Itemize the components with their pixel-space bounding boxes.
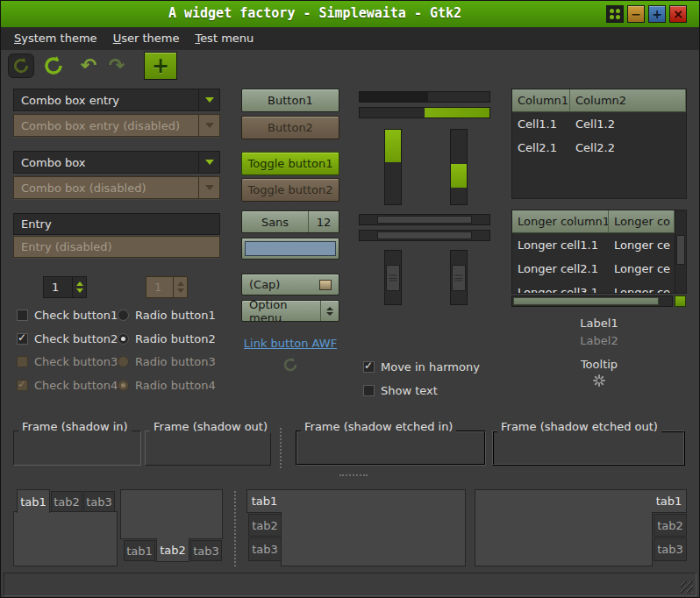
h-scale[interactable] [359,91,490,103]
radio-button-2[interactable]: Radio button2 [118,332,216,345]
notebook-top-tab3[interactable]: tab3 [83,491,115,512]
radio-button-4: Radio button4 [118,379,216,392]
spin-value: 1 [44,277,72,297]
check-button-1[interactable]: Check button1 [17,309,118,322]
checkbox-checked-icon: ✓ [17,380,28,391]
notebook-top-tab2[interactable]: tab2 [51,491,82,512]
combo-box[interactable]: Combo box [13,151,220,174]
table-row[interactable]: Cell2.1 Cell2.2 [512,136,686,160]
chevron-down-icon [205,185,214,190]
radio-icon [118,310,129,321]
frame-etched-out [492,431,685,466]
spin-down-icon [177,288,184,293]
check-button-label: Check button1 [34,309,118,322]
combo-arrow-button [198,177,219,198]
font-button[interactable]: Sans 12 [241,210,339,233]
treeview-1-headers: Column1 Column2 [512,89,686,112]
spin-button-disabled: 1 [146,276,188,298]
close-button[interactable]: × [669,5,687,23]
spin-arrows[interactable] [72,277,86,297]
spin-button[interactable]: 1 [43,276,87,298]
h-scrollbar-1[interactable] [359,214,490,225]
refresh-button[interactable] [40,53,67,78]
frame-shadow-out-label: Frame (shadow out) [150,420,271,433]
resize-grip[interactable] [681,581,693,593]
radio-button-1[interactable]: Radio button1 [118,309,216,322]
entry-field[interactable]: Entry [13,213,220,235]
column-header[interactable]: Column2 [570,89,686,112]
file-chooser-button[interactable]: (Cap) [241,274,339,295]
column-header[interactable]: Column1 [512,89,570,112]
notebook-top-tab1[interactable]: tab1 [17,489,50,513]
scrollbar-handle[interactable] [452,265,466,291]
notebook-left-body [281,489,466,566]
add-button[interactable]: + [144,52,177,80]
horizontal-separator [339,474,368,476]
menu-label: ystem theme [21,32,96,45]
move-in-harmony-checkbox[interactable]: ✓ Move in harmony [363,360,480,374]
notebook-bottom-tab3[interactable]: tab3 [190,540,222,561]
option-menu[interactable]: Option menu [241,300,339,322]
check-button-label: Show text [381,384,438,397]
menu-user-theme[interactable]: User theme [105,27,188,50]
check-button-label: Check button3 [34,355,118,368]
checkbox-icon [17,310,28,321]
refresh-dark-icon [12,57,30,75]
treeview-2-body[interactable]: Longer cell1.1 Longer ce Longer cell2.1 … [512,233,675,293]
button1[interactable]: Button1 [241,89,339,112]
minimize-button[interactable]: − [627,5,645,23]
link-button[interactable]: Link button AWF [241,337,339,350]
h-scale-fill [360,92,428,102]
treeview-1-main: Column1 Column2 Cell1.1 Cell1.2 Cell2.1 … [512,89,686,198]
v-scrollbar-1[interactable] [384,250,402,305]
table-row[interactable]: Longer cell3.1 Longer ce [512,281,675,293]
maximize-button[interactable]: + [648,5,666,23]
treeview-2-vscrollbar[interactable] [675,210,686,293]
show-text-checkbox[interactable]: Show text [363,384,438,397]
table-row[interactable]: Cell1.1 Cell1.2 [512,112,686,136]
treeview-1-body[interactable]: Cell1.1 Cell1.2 Cell2.1 Cell2.2 [512,112,686,198]
refresh-theme-button[interactable] [8,53,34,78]
undo-button[interactable]: ↶ [76,53,101,78]
font-name: Sans [242,211,308,232]
notebook-right-tab1[interactable]: tab1 [652,489,687,513]
check-button-2[interactable]: ✓ Check button2 [17,332,118,345]
menu-test-menu[interactable]: Test menu [187,27,261,50]
grip-icon [389,275,397,281]
combo-box-entry[interactable]: Combo box entry [13,89,220,111]
refresh-small-button[interactable] [241,357,339,375]
menu-system-theme[interactable]: System theme [6,27,105,50]
scrollbar-handle[interactable] [513,297,659,305]
scrollbar-handle[interactable] [377,216,472,224]
notebook-left-tab3[interactable]: tab3 [248,537,282,561]
chevron-down-icon [326,312,333,316]
toggle-button1[interactable]: Toggle button1 [241,152,339,175]
column-header[interactable]: Longer co [609,210,675,233]
column-header[interactable]: Longer column1 [512,210,609,233]
scrollbar-handle[interactable] [377,231,472,239]
window-menu-button[interactable] [606,5,624,23]
h-scrollbar-2[interactable] [359,230,490,241]
chevron-up-icon [326,307,333,310]
notebook-bottom-tab1[interactable]: tab1 [124,540,155,561]
titlebar[interactable]: A widget factory - Simplewaita - Gtk2 − … [1,1,699,27]
plus-icon: + [152,55,169,76]
scrollbar-handle[interactable] [676,235,685,265]
color-button[interactable] [241,238,339,260]
v-scale[interactable] [384,129,402,205]
notebook-right-tab3[interactable]: tab3 [654,537,687,561]
notebook-right-tab2[interactable]: tab2 [654,514,687,537]
scrollbar-handle[interactable] [386,265,400,291]
combo-arrow-button[interactable] [198,89,219,110]
treeview-2-hscrollbar[interactable] [511,295,673,307]
combo-arrow-button[interactable] [198,152,219,173]
v-scrollbar-2[interactable] [450,250,468,305]
redo-button[interactable]: ↷ [104,53,129,78]
table-row[interactable]: Longer cell2.1 Longer ce [512,257,675,281]
scrollbar-stepper-button[interactable] [675,295,686,307]
table-row[interactable]: Longer cell1.1 Longer ce [512,233,675,257]
notebook-bottom-tab2[interactable]: tab2 [156,538,189,562]
notebook-left-tab2[interactable]: tab2 [248,514,282,537]
notebook-left-tab1[interactable]: tab1 [246,489,282,513]
chevron-down-icon [205,123,214,128]
